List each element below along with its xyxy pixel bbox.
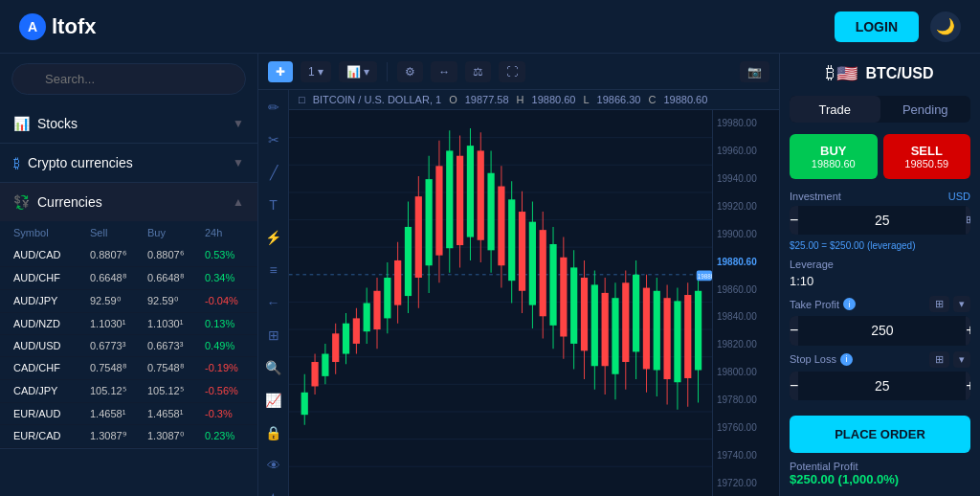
svg-rect-16 [311, 362, 318, 386]
take-profit-decrease-button[interactable]: − [790, 316, 798, 345]
logo: A ltofx [19, 13, 96, 40]
currency-row[interactable]: AUD/USD 0.6773³ 0.6673³ 0.49% [0, 335, 257, 357]
investment-decrease-button[interactable]: − [790, 206, 798, 235]
currency-sell: 0.7548⁸ [90, 362, 147, 374]
fib-tool[interactable]: ≡ [267, 260, 278, 280]
stop-loss-info: i [840, 353, 853, 366]
currency-row[interactable]: AUD/JPY 92.59⁰ 92.59⁰ -0.04% [0, 290, 257, 313]
place-order-button[interactable]: PLACE ORDER [790, 416, 970, 453]
currency-table-header: Symbol Sell Buy 24h [0, 221, 257, 244]
zoom-tool[interactable]: 🔍 [263, 358, 283, 377]
line-tool[interactable]: ╱ [268, 163, 279, 182]
theme-toggle-button[interactable]: 🌙 [930, 11, 961, 42]
stop-loss-decrease-button[interactable]: − [790, 372, 798, 400]
price-level: 19840.00 [717, 311, 775, 322]
svg-rect-78 [633, 275, 639, 352]
stop-loss-increase-button[interactable]: + [966, 372, 970, 400]
currency-row[interactable]: EUR/AUD 1.4658¹ 1.4658¹ -0.3% [0, 403, 257, 425]
currency-buy: 1.3087⁰ [147, 430, 205, 442]
login-button[interactable]: LOGIN [835, 11, 919, 42]
currency-row[interactable]: CAD/CHF 0.7548⁸ 0.7548⁸ -0.19% [0, 357, 257, 380]
currency-row[interactable]: AUD/NZD 1.1030¹ 1.1030¹ 0.13% [0, 313, 257, 335]
take-profit-copy-button[interactable]: ⊞ [929, 296, 949, 312]
chart-canvas[interactable]: 19880 [289, 110, 712, 496]
fullscreen-button[interactable]: ⛶ [499, 61, 525, 82]
currency-symbol: AUD/USD [13, 340, 90, 351]
currency-symbol: AUD/NZD [13, 318, 90, 329]
eye-tool[interactable]: 👁 [265, 456, 282, 475]
potential-profit: Potential Profit $250.00 (1,000.0%) [790, 461, 970, 486]
price-axis: 19980.00 19960.00 19940.00 19920.00 1990… [712, 110, 779, 496]
screenshot-button[interactable]: 📷 [740, 61, 769, 82]
logo-icon: A [19, 13, 46, 40]
stocks-header[interactable]: 📊Stocks ▼ [0, 104, 257, 143]
indicator-tool[interactable]: 📈 [263, 391, 283, 410]
sell-label: SELL [911, 144, 943, 158]
stocks-section: 📊Stocks ▼ [0, 104, 257, 144]
currency-change: 0.53% [205, 249, 253, 261]
chart-type-button[interactable]: 📊 ▾ [339, 61, 377, 82]
add-chart-button[interactable]: ✚ [268, 61, 293, 82]
take-profit-dropdown-button[interactable]: ▾ [953, 296, 970, 312]
take-profit-row: Take Profit i ⊞ ▾ [790, 296, 970, 312]
cursor-tool[interactable]: ✏ [266, 98, 281, 117]
svg-rect-46 [467, 146, 474, 237]
investment-input[interactable] [798, 213, 966, 228]
measure-tool[interactable]: ⚡ [263, 228, 283, 247]
svg-rect-32 [394, 260, 401, 305]
currency-sell: 92.59⁰ [90, 295, 147, 307]
text-tool[interactable]: T [267, 195, 279, 214]
main-content: 📊Stocks ▼ ₿Crypto currencies ▼ 💱Currenci… [0, 54, 980, 496]
usd-flag: 🇺🇸 [836, 63, 858, 84]
currency-row[interactable]: AUD/CHF 0.6648⁸ 0.6648⁸ 0.34% [0, 267, 257, 290]
timeframe-selector[interactable]: 1 ▾ [301, 61, 331, 82]
star-tool[interactable]: ★ [265, 488, 281, 496]
ohlc-low-label: L [583, 94, 589, 105]
tab-pending[interactable]: Pending [880, 96, 971, 123]
compare-button[interactable]: ↔ [431, 61, 457, 82]
crypto-icon: ₿ [13, 155, 20, 170]
svg-rect-72 [602, 293, 609, 366]
currency-row[interactable]: CAD/JPY 105.12⁵ 105.12⁵ -0.56% [0, 380, 257, 403]
currency-symbol: AUD/JPY [13, 295, 90, 307]
currency-change: 0.13% [205, 318, 253, 329]
right-panel: ₿ 🇺🇸 BTC/USD Trade Pending BUY 19880.60 … [779, 54, 980, 496]
crypto-header[interactable]: ₿Crypto currencies ▼ [0, 144, 257, 182]
back-tool[interactable]: ← [265, 293, 282, 312]
leverage-note: $25.00 = $250.00 (leveraged) [790, 240, 970, 251]
buy-label: BUY [820, 144, 846, 158]
take-profit-increase-button[interactable]: + [966, 316, 970, 345]
pattern-tool[interactable]: ⊞ [266, 326, 281, 345]
price-level: 19820.00 [717, 339, 775, 349]
price-level: 19980.00 [717, 118, 775, 128]
svg-rect-36 [415, 196, 422, 278]
sell-button[interactable]: SELL 19850.59 [883, 134, 971, 179]
currencies-header[interactable]: 💱Currencies ▲ [0, 183, 257, 221]
currency-sell: 105.12⁵ [90, 385, 147, 397]
svg-rect-76 [622, 282, 629, 362]
svg-rect-66 [570, 267, 577, 344]
currency-change: -0.3% [205, 408, 253, 419]
potential-profit-label: Potential Profit [790, 461, 858, 472]
currency-row[interactable]: AUD/CAD 0.8807⁶ 0.8807⁶ 0.53% [0, 244, 257, 267]
settings-button[interactable]: ⚙ [397, 61, 423, 82]
investment-extra-button[interactable]: ⊞ [966, 206, 970, 235]
take-profit-input[interactable] [798, 323, 966, 338]
svg-text:19880: 19880 [698, 273, 712, 281]
stop-loss-copy-button[interactable]: ⊞ [929, 351, 949, 368]
stop-loss-dropdown-button[interactable]: ▾ [953, 351, 970, 368]
stop-loss-input[interactable] [798, 378, 966, 394]
svg-rect-52 [498, 187, 504, 266]
currency-sell: 0.8807⁶ [90, 249, 147, 261]
investment-currency: USD [948, 191, 970, 202]
svg-rect-24 [353, 318, 360, 344]
buy-button[interactable]: BUY 19880.60 [790, 134, 878, 179]
svg-rect-80 [643, 288, 650, 370]
chart-main-wrap: □ BITCOIN / U.S. DOLLAR, 1 O 19877.58 H … [289, 90, 779, 496]
currency-row[interactable]: EUR/CAD 1.3087⁹ 1.3087⁰ 0.23% [0, 425, 257, 448]
search-input[interactable] [11, 63, 246, 95]
crosshair-tool[interactable]: ✂ [266, 130, 281, 149]
balance-button[interactable]: ⚖ [465, 61, 491, 82]
tab-trade[interactable]: Trade [790, 96, 880, 123]
lock-tool[interactable]: 🔒 [263, 423, 283, 442]
